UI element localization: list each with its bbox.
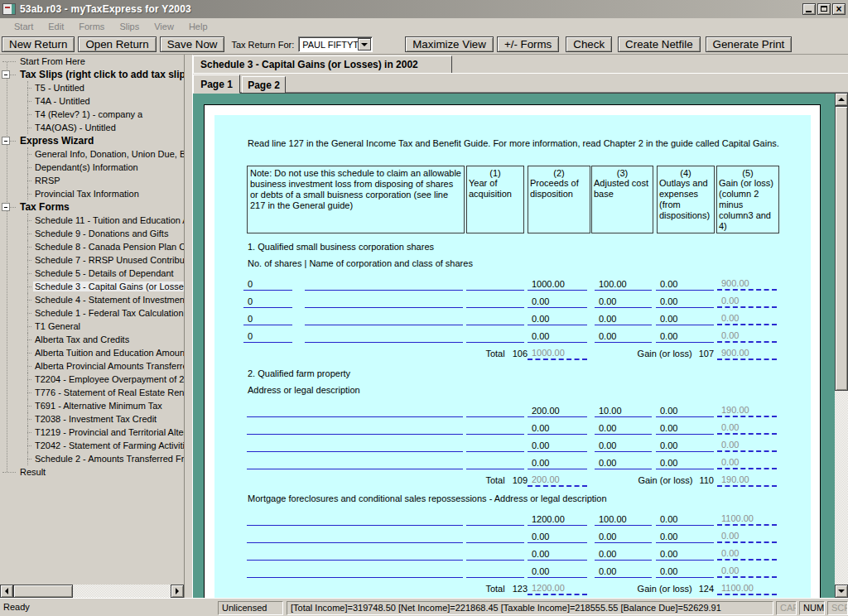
sidebar-item[interactable]: Result [0, 465, 184, 479]
sidebar-item[interactable]: Start From Here [0, 55, 184, 68]
year-field[interactable] [466, 544, 524, 561]
sidebar-item[interactable]: Schedule 8 - Canada Pension Plan Cont [0, 240, 184, 253]
check-button[interactable]: Check [566, 36, 612, 52]
sidebar-item[interactable]: T1219 - Provincial and Territorial Alter… [0, 426, 184, 439]
sidebar-item[interactable]: Alberta Tax and Credits [0, 333, 184, 346]
sidebar-splitter[interactable] [184, 55, 193, 598]
sidebar-item[interactable]: RRSP [0, 174, 184, 187]
amount-field[interactable]: 0.00 [595, 326, 652, 343]
amount-field[interactable]: 0.00 [656, 544, 714, 561]
scrollbar-thumb[interactable] [13, 585, 73, 598]
amount-field[interactable]: 0.00 [656, 527, 714, 543]
amount-field[interactable]: 0.00 [528, 544, 587, 561]
sidebar-item[interactable]: T2038 - Investment Tax Credit [0, 412, 184, 426]
amount-field[interactable]: 0.00 [656, 326, 714, 343]
amount-field[interactable]: 100.00 [595, 274, 652, 291]
sidebar-item[interactable]: T691 - Alternative Minimum Tax [0, 399, 184, 412]
year-field[interactable] [466, 561, 524, 578]
address-field[interactable] [247, 453, 463, 469]
menu-item-slips[interactable]: Slips [112, 20, 147, 33]
amount-field[interactable]: 0.00 [656, 561, 714, 578]
amount-field[interactable]: 0.00 [528, 436, 587, 452]
close-button[interactable]: × [832, 3, 846, 15]
amount-field[interactable]: 200.00 [528, 401, 587, 417]
menu-item-forms[interactable]: Forms [71, 20, 112, 33]
year-field[interactable] [466, 291, 524, 308]
address-field[interactable] [247, 436, 463, 452]
amount-field[interactable]: 0.00 [595, 418, 652, 435]
sidebar-item[interactable]: T2204 - Employee Overpayment of 200 [0, 373, 184, 386]
amount-field[interactable]: 0.00 [528, 453, 587, 469]
sidebar-item[interactable]: T4A(OAS) - Untitled [0, 121, 184, 134]
scroll-down-button[interactable] [835, 585, 848, 598]
sidebar-item[interactable]: Schedule 5 - Details of Dependant [0, 267, 184, 280]
address-field[interactable] [247, 544, 463, 561]
amount-field[interactable]: 0.00 [595, 561, 652, 578]
plus-minus-forms-button[interactable]: +/- Forms [497, 36, 559, 52]
shares-count-field[interactable]: 0 [243, 326, 292, 343]
restore-button[interactable] [817, 3, 831, 15]
tax-return-selector[interactable]: PAUL FIFTYTHREE [298, 36, 373, 52]
shares-count-field[interactable]: 0 [243, 274, 292, 291]
amount-field[interactable]: 0.00 [528, 309, 587, 325]
amount-field[interactable]: 0.00 [656, 291, 714, 308]
year-field[interactable] [466, 309, 524, 325]
amount-field[interactable]: 0.00 [656, 509, 714, 526]
corporation-name-field[interactable] [305, 274, 463, 291]
scroll-left-button[interactable] [0, 585, 13, 598]
new-return-button[interactable]: New Return [2, 36, 75, 52]
create-netfile-button[interactable]: Create Netfile [618, 36, 701, 52]
address-field[interactable] [247, 561, 463, 578]
sidebar-item[interactable]: T4A - Untitled [0, 94, 184, 108]
amount-field[interactable]: 0.00 [656, 453, 714, 469]
amount-field[interactable]: 0.00 [595, 436, 652, 452]
sidebar-item[interactable]: T4 (Relev? 1) - company a [0, 108, 184, 121]
amount-field[interactable]: 0.00 [528, 561, 587, 578]
shares-count-field[interactable]: 0 [243, 309, 292, 325]
corporation-name-field[interactable] [305, 309, 463, 325]
sidebar-item[interactable]: Schedule 3 - Capital Gains (or Losses) i… [0, 280, 184, 293]
sidebar-item[interactable]: General Info, Donation, Union Due, Bar [0, 147, 184, 161]
sidebar-item[interactable]: T776 - Statement of Real Estate Renta [0, 386, 184, 399]
amount-field[interactable]: 0.00 [656, 274, 714, 291]
open-return-button[interactable]: Open Return [78, 36, 156, 52]
tab-page-1[interactable]: Page 1 [193, 75, 240, 94]
minimize-button[interactable] [802, 3, 816, 15]
scroll-right-button[interactable] [171, 585, 184, 598]
year-field[interactable] [466, 274, 524, 291]
scroll-up-button[interactable] [835, 93, 848, 106]
amount-field[interactable]: 0.00 [656, 309, 714, 325]
shares-count-field[interactable]: 0 [243, 291, 292, 308]
sidebar-item[interactable]: Alberta Tuition and Education Amounts [0, 346, 184, 359]
amount-field[interactable]: 0.00 [528, 527, 587, 543]
sidebar-item[interactable]: Tax Slips (right click to add tax slips) [0, 68, 184, 81]
amount-field[interactable]: 0.00 [656, 418, 714, 435]
sidebar-item[interactable]: T1 General [0, 320, 184, 333]
amount-field[interactable]: 0.00 [595, 309, 652, 325]
year-field[interactable] [466, 418, 524, 435]
year-field[interactable] [466, 509, 524, 526]
amount-field[interactable]: 0.00 [595, 544, 652, 561]
amount-field[interactable]: 0.00 [595, 453, 652, 469]
amount-field[interactable]: 0.00 [595, 291, 652, 308]
tree-expander-icon[interactable] [2, 137, 10, 145]
year-field[interactable] [466, 436, 524, 452]
maximize-view-button[interactable]: Maximize View [405, 36, 494, 52]
sidebar-item[interactable]: Schedule 1 - Federal Tax Calculation [0, 306, 184, 320]
sidebar-item[interactable]: Schedule 7 - RRSP Unused Contribution [0, 253, 184, 267]
address-field[interactable] [247, 401, 463, 417]
amount-field[interactable]: 100.00 [595, 509, 652, 526]
amount-field[interactable]: 0.00 [528, 326, 587, 343]
sidebar-item[interactable]: Dependant(s) Information [0, 161, 184, 174]
sidebar-item[interactable]: Schedule 4 - Statement of Investment [0, 293, 184, 306]
menu-item-start[interactable]: Start [7, 20, 41, 33]
sidebar-item[interactable]: Schedule 11 - Tuition and Education Am [0, 214, 184, 227]
amount-field[interactable]: 0.00 [528, 291, 587, 308]
sidebar-item[interactable]: T5 - Untitled [0, 81, 184, 94]
year-field[interactable] [466, 326, 524, 343]
sidebar-item[interactable]: Tax Forms [0, 200, 184, 214]
tab-page-2[interactable]: Page 2 [242, 76, 286, 94]
amount-field[interactable]: 1000.00 [528, 274, 587, 291]
year-field[interactable] [466, 453, 524, 469]
menu-item-edit[interactable]: Edit [41, 20, 71, 33]
